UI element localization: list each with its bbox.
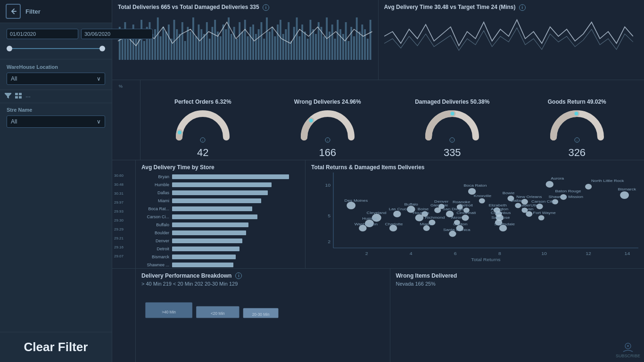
svg-text:20-30 Min: 20-30 Min [252, 312, 270, 317]
wrong-items-stats: Nevada 166 25% [396, 281, 639, 287]
clear-filter-button[interactable]: Clear Filter [0, 332, 112, 362]
svg-rect-15 [149, 22, 151, 60]
svg-point-179 [538, 215, 545, 221]
bar-label: Detroit [141, 247, 172, 251]
warehouse-section: WareHouse Location All ∨ [0, 59, 112, 90]
svg-rect-79 [323, 36, 325, 60]
svg-rect-24 [173, 20, 175, 60]
scatter-panel: Total Returns & Damaged Items Deliveries… [305, 160, 644, 268]
y-values-list: 30.60 30.48 30.31 29.97 29.93 29.30 29.2… [114, 173, 133, 258]
bar-label: Miami [141, 198, 172, 203]
svg-rect-50 [244, 20, 246, 60]
svg-text:i: i [577, 139, 577, 142]
bar-label: Bismarck [141, 255, 172, 259]
svg-rect-60 [272, 27, 273, 60]
gauge-item-3: Goods Return 49.02% i 326 [515, 95, 640, 146]
svg-text:i: i [452, 139, 453, 142]
svg-text:Houston: Houston [413, 211, 429, 215]
svg-text:Bismarck: Bismarck [618, 187, 636, 191]
svg-text:Bowie: Bowie [503, 191, 515, 195]
bar-background [172, 255, 299, 259]
svg-point-208 [627, 345, 629, 347]
svg-rect-6 [124, 22, 126, 60]
delivery-time-sparkline [384, 13, 639, 65]
svg-rect-21 [165, 32, 167, 60]
bar-label: Denver [141, 239, 172, 243]
svg-rect-55 [258, 29, 260, 60]
svg-rect-37 [209, 39, 211, 60]
delivery-performance-title: Delivery Performance Breakdown i [141, 272, 384, 279]
bar-fill [172, 190, 268, 195]
svg-point-125 [585, 184, 592, 189]
gauge-container-1: i 166 [299, 109, 356, 142]
delivery-time-info-icon[interactable]: i [519, 4, 526, 11]
back-button[interactable] [6, 4, 21, 19]
bar-row: Dallas [141, 189, 299, 196]
svg-rect-54 [255, 34, 257, 60]
svg-text:i: i [327, 139, 328, 142]
svg-rect-68 [293, 27, 295, 60]
bar-row: Carson Ci... [141, 214, 299, 220]
svg-rect-65 [285, 29, 287, 60]
svg-rect-10 [135, 36, 137, 60]
svg-rect-18 [157, 17, 159, 60]
svg-rect-96 [370, 20, 372, 60]
range-thumb-left[interactable] [7, 46, 12, 51]
gauge-value-1: 166 [299, 147, 356, 159]
svg-rect-58 [266, 17, 268, 60]
store-name-label: Stre Name [7, 107, 105, 113]
bar-row: Bismarck [141, 254, 299, 260]
svg-text:Charlotte: Charlotte [385, 222, 403, 226]
date-range-section [0, 23, 112, 59]
delivery-time-chart-panel: Avg Delivery Time 30.48 vs Target Time 2… [379, 0, 644, 80]
range-slider[interactable] [7, 44, 105, 53]
date-start-input[interactable] [7, 29, 78, 39]
svg-text:Boca Raton: Boca Raton [463, 183, 487, 188]
gauge-row: % Perfect Orders 6.32% i 42 W [112, 80, 644, 160]
svg-rect-33 [198, 25, 200, 60]
layout-icon[interactable] [15, 93, 22, 100]
subscribe-watermark: SUBSCRIBE [616, 342, 640, 358]
svg-rect-67 [290, 41, 292, 60]
bar-fill [172, 263, 233, 267]
range-thumb-right[interactable] [99, 46, 105, 51]
bottom-row: Delivery Performance Breakdown i > 40 Mi… [112, 269, 644, 362]
date-end-input[interactable] [81, 29, 153, 39]
store-chevron-icon: ∨ [97, 118, 101, 125]
filter-icon[interactable] [5, 93, 11, 100]
bar-chart-title: Avg Delivery Time by Store [141, 164, 299, 171]
bar-label: Bryan [141, 174, 172, 179]
bar-fill [172, 222, 248, 227]
deliveries-info-icon[interactable]: i [263, 4, 269, 11]
svg-rect-36 [206, 22, 208, 60]
deliveries-chart-title: Total Deliveries 665 vs Total Damaged De… [118, 4, 372, 11]
svg-rect-3 [19, 96, 22, 99]
svg-rect-94 [364, 29, 366, 60]
store-name-value: All [11, 118, 17, 125]
svg-rect-64 [282, 34, 284, 60]
svg-rect-66 [288, 22, 289, 60]
delivery-perf-info-icon[interactable]: i [235, 272, 242, 279]
svg-point-127 [620, 191, 629, 199]
svg-rect-75 [312, 29, 314, 60]
gauge-value-3: 326 [549, 147, 605, 159]
bar-row: Boca Rat... [141, 206, 299, 212]
svg-rect-43 [225, 29, 227, 60]
deliveries-chart-panel: Total Deliveries 665 vs Total Damaged De… [112, 0, 379, 80]
warehouse-dropdown[interactable]: All ∨ [7, 73, 105, 85]
store-name-dropdown[interactable]: All ∨ [7, 115, 105, 128]
svg-rect-2 [15, 96, 18, 99]
more-icon[interactable]: ··· [25, 93, 31, 100]
bar-label: Boca Rat... [141, 206, 172, 211]
svg-rect-86 [342, 34, 344, 60]
svg-text:Dallas: Dallas [511, 198, 523, 203]
svg-text:Baton Rouge: Baton Rouge [555, 189, 581, 193]
bar-label: Buffalo [141, 222, 172, 227]
svg-rect-71 [301, 25, 303, 60]
svg-text:5: 5 [328, 214, 330, 218]
bar-label: Shawnee ... [141, 263, 172, 267]
svg-rect-26 [179, 34, 181, 60]
svg-rect-29 [187, 27, 189, 60]
svg-rect-45 [231, 34, 232, 60]
svg-text:Las Cruces: Las Cruces [389, 207, 412, 211]
